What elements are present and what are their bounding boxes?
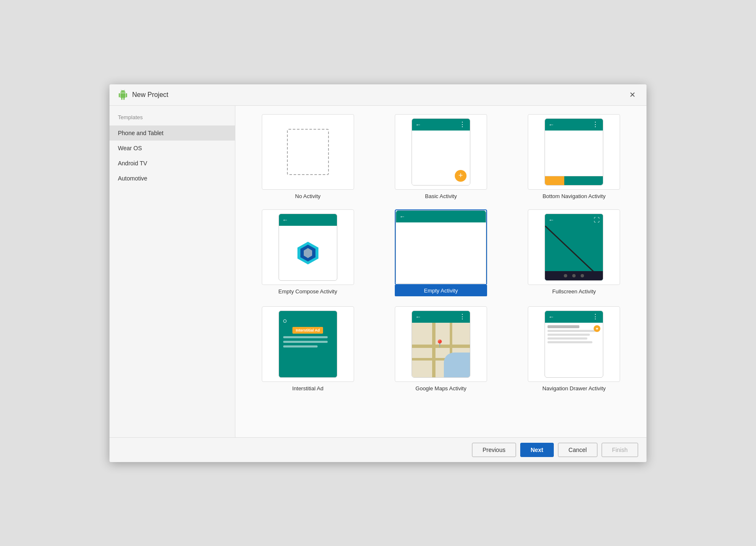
map-pin-icon: 📍 bbox=[435, 339, 444, 348]
compose-mock: ← bbox=[279, 214, 337, 281]
bottom-nav-label: Bottom Navigation Activity bbox=[542, 193, 605, 199]
title-bar: New Project ✕ bbox=[109, 84, 647, 106]
map-mock: ← ⋮ 📍 bbox=[412, 311, 470, 378]
maps-label: Google Maps Activity bbox=[415, 385, 466, 392]
phone-content-basic: + bbox=[412, 131, 470, 185]
phone-mock-empty: ← bbox=[396, 210, 486, 284]
phone-mock-basic: ← ⋮ + bbox=[412, 118, 470, 185]
interstitial-line-3 bbox=[283, 345, 318, 347]
star-badge: ★ bbox=[594, 325, 600, 332]
template-google-maps[interactable]: ← ⋮ 📍 bbox=[378, 306, 503, 392]
dots-icon: ⋮ bbox=[459, 120, 467, 128]
templates-grid: No Activity ← ⋮ + bbox=[245, 114, 636, 392]
fullscreen-thumb: ← ⛶ bbox=[528, 209, 620, 285]
template-fullscreen[interactable]: ← ⛶ bbox=[512, 209, 636, 296]
nav-item-3 bbox=[584, 176, 603, 185]
interstitial-dot bbox=[283, 319, 287, 323]
sidebar-item-phone-tablet[interactable]: Phone and Tablet bbox=[109, 125, 235, 141]
dialog-footer: Previous Next Cancel Finish bbox=[109, 437, 647, 462]
title-bar-left: New Project bbox=[118, 90, 168, 100]
home-dot-1 bbox=[564, 274, 567, 277]
template-basic-activity[interactable]: ← ⋮ + Basic Activity bbox=[378, 114, 503, 199]
fullscreen-bar: ← ⛶ bbox=[545, 214, 603, 226]
expand-icon: ⛶ bbox=[594, 217, 600, 223]
content-area: No Activity ← ⋮ + bbox=[235, 106, 647, 437]
template-bottom-navigation[interactable]: ← ⋮ Bottom Navigation Activity bbox=[512, 114, 636, 199]
new-project-dialog: New Project ✕ Templates Phone and Tablet… bbox=[109, 84, 647, 462]
dashed-box-icon bbox=[287, 129, 329, 175]
master-line-3 bbox=[547, 337, 587, 340]
arrow-icon-6: ← bbox=[415, 313, 421, 320]
template-empty-compose[interactable]: ← Empty Compo bbox=[245, 209, 370, 296]
interstitial-thumb: Interstitial Ad bbox=[262, 306, 354, 382]
phone-content-bottom-nav bbox=[545, 131, 603, 176]
master-header-line bbox=[547, 325, 579, 328]
phone-bar-bottom-nav: ← ⋮ bbox=[545, 119, 603, 131]
sidebar: Templates Phone and Tablet Wear OS Andro… bbox=[109, 106, 235, 437]
arrow-icon-4: ← bbox=[399, 213, 405, 220]
compose-icon bbox=[295, 240, 321, 266]
previous-button[interactable]: Previous bbox=[472, 443, 516, 457]
nav-item-1 bbox=[545, 176, 564, 185]
master-line-2 bbox=[547, 334, 590, 336]
compose-content bbox=[279, 226, 337, 280]
phone-bar-basic: ← ⋮ bbox=[412, 119, 470, 131]
empty-activity-label: Empty Activity bbox=[395, 285, 487, 296]
cancel-button[interactable]: Cancel bbox=[558, 443, 597, 457]
arrow-icon-5: ← bbox=[548, 217, 554, 223]
finish-button[interactable]: Finish bbox=[602, 443, 638, 457]
arrow-icon-2: ← bbox=[548, 121, 554, 128]
phone-mock-bottom-nav: ← ⋮ bbox=[545, 118, 603, 185]
map-water bbox=[444, 353, 470, 377]
no-activity-thumb bbox=[262, 114, 354, 190]
sidebar-item-wear-os[interactable]: Wear OS bbox=[109, 141, 235, 156]
bottom-nav-thumb: ← ⋮ bbox=[528, 114, 620, 190]
sidebar-item-android-tv[interactable]: Android TV bbox=[109, 156, 235, 171]
home-dot-3 bbox=[581, 274, 584, 277]
phone-content-empty bbox=[396, 222, 486, 283]
fab-icon: + bbox=[455, 170, 467, 182]
master-line-1 bbox=[547, 330, 595, 332]
empty-compose-thumb: ← bbox=[262, 209, 354, 285]
next-button[interactable]: Next bbox=[520, 443, 554, 457]
template-empty-activity[interactable]: ← Empty Activity bbox=[378, 209, 503, 296]
dialog-title: New Project bbox=[132, 91, 168, 99]
interstitial-label: Interstitial Ad bbox=[292, 385, 323, 392]
arrow-icon: ← bbox=[415, 121, 421, 128]
dots-icon-2: ⋮ bbox=[592, 120, 600, 128]
phone-bar-maps: ← ⋮ bbox=[412, 311, 470, 323]
template-interstitial-ad[interactable]: Interstitial Ad Interstitial Ad bbox=[245, 306, 370, 392]
fullscreen-label: Fullscreen Activity bbox=[552, 288, 596, 295]
arrow-icon-3: ← bbox=[282, 217, 288, 223]
close-button[interactable]: ✕ bbox=[627, 89, 638, 100]
map-road-v1 bbox=[432, 323, 435, 377]
phone-bar-master: ← ⋮ bbox=[545, 311, 603, 323]
nav-drawer-thumb: ← ⋮ ★ bbox=[528, 306, 620, 382]
ad-badge: Interstitial Ad bbox=[292, 327, 323, 334]
home-dot-2 bbox=[572, 274, 576, 277]
master-line-4 bbox=[547, 341, 592, 343]
sidebar-item-automotive[interactable]: Automotive bbox=[109, 171, 235, 186]
phone-bar-empty: ← bbox=[396, 211, 486, 222]
no-activity-label: No Activity bbox=[295, 193, 321, 199]
basic-activity-label: Basic Activity bbox=[425, 193, 457, 199]
interstitial-line-2 bbox=[283, 341, 328, 343]
templates-section-label: Templates bbox=[109, 112, 235, 125]
template-navigation-drawer[interactable]: ← ⋮ ★ bbox=[512, 306, 636, 392]
interstitial-line-1 bbox=[283, 336, 328, 338]
dots-icon-3: ⋮ bbox=[459, 313, 467, 321]
empty-compose-label: Empty Compose Activity bbox=[279, 288, 337, 295]
template-no-activity[interactable]: No Activity bbox=[245, 114, 370, 199]
fullscreen-bottom-bar bbox=[545, 271, 603, 280]
dots-icon-4: ⋮ bbox=[592, 313, 600, 321]
arrow-icon-7: ← bbox=[548, 313, 554, 320]
fullscreen-mock: ← ⛶ bbox=[545, 214, 603, 281]
empty-activity-thumb: ← bbox=[395, 209, 487, 285]
phone-bar-compose: ← bbox=[279, 214, 337, 226]
map-content: 📍 bbox=[412, 323, 470, 377]
basic-activity-thumb: ← ⋮ + bbox=[395, 114, 487, 190]
dialog-body: Templates Phone and Tablet Wear OS Andro… bbox=[109, 106, 647, 437]
android-logo-icon bbox=[118, 90, 128, 100]
master-content: ★ bbox=[545, 323, 603, 377]
maps-thumb: ← ⋮ 📍 bbox=[395, 306, 487, 382]
